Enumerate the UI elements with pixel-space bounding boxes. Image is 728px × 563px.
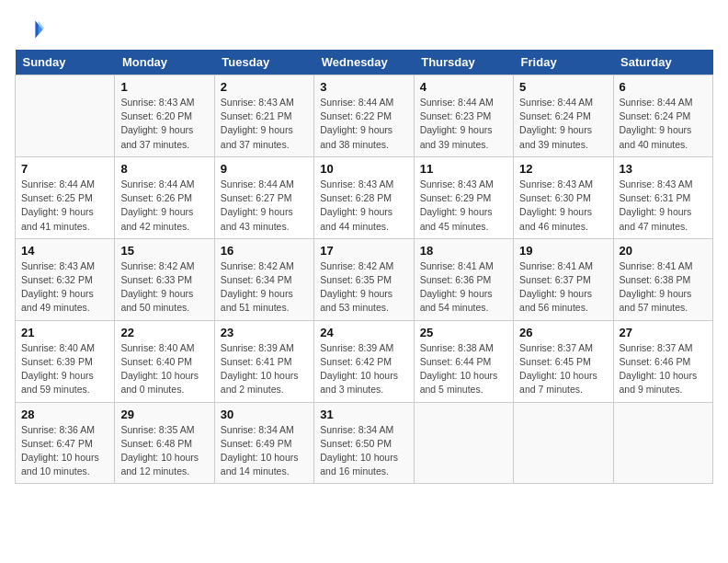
day-info: Sunrise: 8:44 AM Sunset: 6:24 PM Dayligh… [620, 96, 707, 152]
calendar-week-row: 1Sunrise: 8:43 AM Sunset: 6:20 PM Daylig… [16, 75, 713, 157]
day-info: Sunrise: 8:39 AM Sunset: 6:42 PM Dayligh… [320, 341, 407, 397]
day-header-wednesday: Wednesday [314, 50, 414, 75]
day-number: 1 [120, 80, 208, 94]
day-info: Sunrise: 8:44 AM Sunset: 6:27 PM Dayligh… [221, 178, 308, 234]
day-number: 29 [120, 408, 208, 421]
calendar-cell: 12Sunrise: 8:43 AM Sunset: 6:30 PM Dayli… [514, 156, 613, 238]
day-number: 15 [120, 244, 208, 258]
calendar-cell: 27Sunrise: 8:37 AM Sunset: 6:46 PM Dayli… [613, 320, 712, 402]
day-number: 14 [21, 244, 108, 258]
calendar-cell: 4Sunrise: 8:44 AM Sunset: 6:23 PM Daylig… [414, 75, 513, 157]
calendar-cell: 22Sunrise: 8:40 AM Sunset: 6:40 PM Dayli… [115, 320, 214, 402]
calendar-cell: 30Sunrise: 8:34 AM Sunset: 6:49 PM Dayli… [214, 402, 313, 484]
day-info: Sunrise: 8:34 AM Sunset: 6:50 PM Dayligh… [320, 423, 407, 479]
day-info: Sunrise: 8:35 AM Sunset: 6:48 PM Dayligh… [120, 423, 208, 479]
calendar-cell: 28Sunrise: 8:36 AM Sunset: 6:47 PM Dayli… [16, 402, 115, 484]
day-number: 18 [420, 244, 507, 258]
calendar-cell: 24Sunrise: 8:39 AM Sunset: 6:42 PM Dayli… [314, 320, 414, 402]
calendar-cell: 18Sunrise: 8:41 AM Sunset: 6:36 PM Dayli… [414, 238, 513, 320]
day-header-friday: Friday [514, 50, 613, 75]
calendar-week-row: 14Sunrise: 8:43 AM Sunset: 6:32 PM Dayli… [16, 238, 713, 320]
day-number: 19 [519, 244, 607, 258]
day-number: 30 [221, 408, 308, 421]
calendar-cell: 10Sunrise: 8:43 AM Sunset: 6:28 PM Dayli… [314, 156, 414, 238]
day-info: Sunrise: 8:43 AM Sunset: 6:29 PM Dayligh… [420, 178, 507, 234]
calendar-cell: 31Sunrise: 8:34 AM Sunset: 6:50 PM Dayli… [314, 402, 414, 484]
day-info: Sunrise: 8:38 AM Sunset: 6:44 PM Dayligh… [420, 341, 507, 397]
calendar-cell: 16Sunrise: 8:42 AM Sunset: 6:34 PM Dayli… [214, 238, 313, 320]
day-number: 23 [221, 326, 308, 339]
day-number: 5 [519, 80, 607, 94]
calendar-cell [514, 402, 613, 484]
day-info: Sunrise: 8:36 AM Sunset: 6:47 PM Dayligh… [21, 423, 108, 479]
logo [15, 15, 48, 44]
logo-icon [15, 15, 44, 44]
day-number: 20 [620, 244, 707, 258]
calendar-cell: 2Sunrise: 8:43 AM Sunset: 6:21 PM Daylig… [214, 75, 313, 157]
calendar-cell: 9Sunrise: 8:44 AM Sunset: 6:27 PM Daylig… [214, 156, 313, 238]
calendar-cell: 6Sunrise: 8:44 AM Sunset: 6:24 PM Daylig… [613, 75, 712, 157]
calendar-cell: 3Sunrise: 8:44 AM Sunset: 6:22 PM Daylig… [314, 75, 414, 157]
calendar-header-row: SundayMondayTuesdayWednesdayThursdayFrid… [16, 50, 713, 75]
calendar-cell: 11Sunrise: 8:43 AM Sunset: 6:29 PM Dayli… [414, 156, 513, 238]
calendar-week-row: 21Sunrise: 8:40 AM Sunset: 6:39 PM Dayli… [16, 320, 713, 402]
calendar-cell: 25Sunrise: 8:38 AM Sunset: 6:44 PM Dayli… [414, 320, 513, 402]
day-number: 4 [420, 80, 507, 94]
day-number: 31 [320, 408, 407, 421]
day-number: 25 [420, 326, 507, 339]
calendar-cell: 8Sunrise: 8:44 AM Sunset: 6:26 PM Daylig… [115, 156, 214, 238]
day-number: 13 [620, 162, 707, 176]
day-info: Sunrise: 8:43 AM Sunset: 6:21 PM Dayligh… [221, 96, 308, 152]
calendar-cell: 7Sunrise: 8:44 AM Sunset: 6:25 PM Daylig… [16, 156, 115, 238]
day-number: 21 [21, 326, 108, 339]
day-info: Sunrise: 8:44 AM Sunset: 6:26 PM Dayligh… [120, 178, 208, 234]
day-number: 6 [620, 80, 707, 94]
day-number: 10 [320, 162, 407, 176]
calendar-cell [16, 75, 115, 157]
day-info: Sunrise: 8:37 AM Sunset: 6:45 PM Dayligh… [519, 341, 607, 397]
day-info: Sunrise: 8:41 AM Sunset: 6:36 PM Dayligh… [420, 259, 507, 316]
day-info: Sunrise: 8:43 AM Sunset: 6:28 PM Dayligh… [320, 178, 407, 234]
day-number: 11 [420, 162, 507, 176]
day-info: Sunrise: 8:43 AM Sunset: 6:20 PM Dayligh… [120, 96, 208, 152]
day-info: Sunrise: 8:42 AM Sunset: 6:34 PM Dayligh… [221, 259, 308, 316]
day-info: Sunrise: 8:39 AM Sunset: 6:41 PM Dayligh… [221, 341, 308, 397]
day-info: Sunrise: 8:43 AM Sunset: 6:31 PM Dayligh… [620, 178, 707, 234]
day-info: Sunrise: 8:41 AM Sunset: 6:38 PM Dayligh… [620, 259, 707, 316]
calendar-cell: 17Sunrise: 8:42 AM Sunset: 6:35 PM Dayli… [314, 238, 414, 320]
day-info: Sunrise: 8:41 AM Sunset: 6:37 PM Dayligh… [519, 259, 607, 316]
calendar-cell [613, 402, 712, 484]
calendar-cell: 29Sunrise: 8:35 AM Sunset: 6:48 PM Dayli… [115, 402, 214, 484]
day-info: Sunrise: 8:42 AM Sunset: 6:33 PM Dayligh… [120, 259, 208, 316]
calendar-cell: 15Sunrise: 8:42 AM Sunset: 6:33 PM Dayli… [115, 238, 214, 320]
calendar-cell: 26Sunrise: 8:37 AM Sunset: 6:45 PM Dayli… [514, 320, 613, 402]
page-header [15, 15, 713, 44]
day-number: 16 [221, 244, 308, 258]
day-info: Sunrise: 8:42 AM Sunset: 6:35 PM Dayligh… [320, 259, 407, 316]
day-info: Sunrise: 8:43 AM Sunset: 6:32 PM Dayligh… [21, 259, 108, 316]
day-info: Sunrise: 8:40 AM Sunset: 6:39 PM Dayligh… [21, 341, 108, 397]
day-info: Sunrise: 8:34 AM Sunset: 6:49 PM Dayligh… [221, 423, 308, 479]
day-number: 9 [221, 162, 308, 176]
svg-marker-1 [39, 20, 44, 35]
day-header-sunday: Sunday [16, 50, 115, 75]
day-info: Sunrise: 8:37 AM Sunset: 6:46 PM Dayligh… [620, 341, 707, 397]
day-number: 3 [320, 80, 407, 94]
day-number: 8 [120, 162, 208, 176]
calendar-cell: 21Sunrise: 8:40 AM Sunset: 6:39 PM Dayli… [16, 320, 115, 402]
calendar-week-row: 7Sunrise: 8:44 AM Sunset: 6:25 PM Daylig… [16, 156, 713, 238]
day-info: Sunrise: 8:40 AM Sunset: 6:40 PM Dayligh… [120, 341, 208, 397]
day-number: 7 [21, 162, 108, 176]
day-number: 17 [320, 244, 407, 258]
calendar-cell [414, 402, 513, 484]
day-number: 26 [519, 326, 607, 339]
calendar-cell: 13Sunrise: 8:43 AM Sunset: 6:31 PM Dayli… [613, 156, 712, 238]
day-info: Sunrise: 8:44 AM Sunset: 6:23 PM Dayligh… [420, 96, 507, 152]
day-header-thursday: Thursday [414, 50, 513, 75]
day-number: 22 [120, 326, 208, 339]
day-info: Sunrise: 8:43 AM Sunset: 6:30 PM Dayligh… [519, 178, 607, 234]
calendar-cell: 14Sunrise: 8:43 AM Sunset: 6:32 PM Dayli… [16, 238, 115, 320]
day-number: 27 [620, 326, 707, 339]
calendar-cell: 19Sunrise: 8:41 AM Sunset: 6:37 PM Dayli… [514, 238, 613, 320]
calendar-table: SundayMondayTuesdayWednesdayThursdayFrid… [15, 50, 713, 484]
